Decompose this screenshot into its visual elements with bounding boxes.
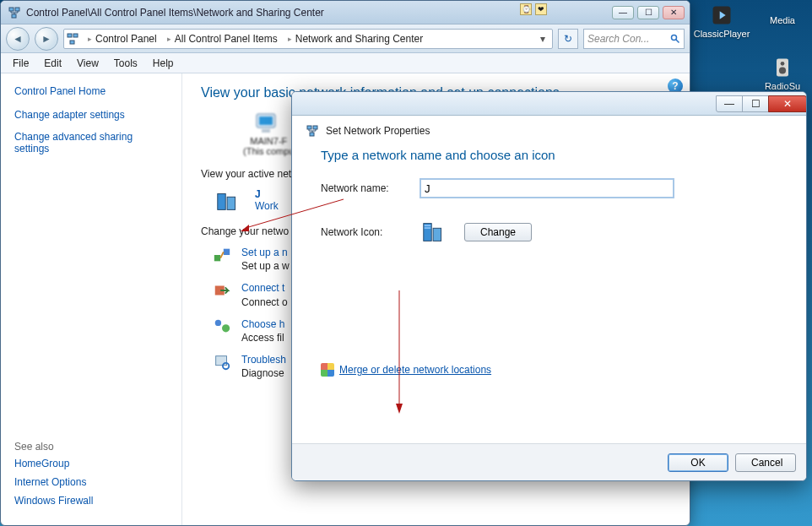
dialog-maximize-button[interactable]: ☐ — [742, 95, 769, 112]
sidebar-change-adapter[interactable]: Change adapter settings — [14, 109, 168, 121]
svg-point-22 — [222, 324, 230, 332]
sidebar-internet-options[interactable]: Internet Options — [14, 476, 168, 488]
svg-rect-30 — [425, 225, 431, 226]
desktop-icon-label: ClassicPlayer — [694, 29, 750, 39]
computer-icon — [253, 111, 284, 136]
minimize-button[interactable]: — — [612, 6, 634, 19]
breadcrumb-item[interactable]: ▸Control Panel — [83, 33, 159, 45]
desktop-icon-label: Media — [770, 15, 795, 25]
menu-bar: File Edit View Tools Help — [1, 53, 690, 73]
connect-icon — [213, 281, 231, 300]
map-node-label: MAIN7-F — [250, 136, 287, 146]
address-bar[interactable]: ▸Control Panel ▸All Control Panel Items … — [63, 29, 553, 49]
shield-icon — [321, 363, 334, 377]
dialog-minimize-button[interactable]: — — [716, 95, 743, 112]
svg-rect-27 — [310, 133, 314, 136]
svg-rect-9 — [73, 34, 78, 37]
nav-row: ◄ ► ▸Control Panel ▸All Control Panel It… — [1, 24, 690, 53]
ok-button[interactable]: OK — [668, 453, 728, 472]
network-icon — [66, 32, 79, 46]
menu-file[interactable]: File — [6, 56, 35, 71]
dialog-footer: OK Cancel — [292, 443, 806, 480]
svg-rect-5 — [9, 8, 14, 11]
sidebar: Control Panel Home Change adapter settin… — [1, 73, 182, 525]
sidebar-homegroup[interactable]: HomeGroup — [14, 458, 168, 469]
task-link[interactable]: Connect t — [241, 282, 284, 294]
change-icon-button[interactable]: Change — [464, 223, 532, 241]
refresh-button[interactable]: ↻ — [558, 29, 578, 49]
network-icon — [306, 124, 319, 138]
troubleshoot-icon — [213, 353, 231, 371]
address-dropdown[interactable]: ▾ — [537, 33, 549, 45]
svg-rect-10 — [70, 41, 74, 44]
tray-icon: ❤ — [535, 3, 547, 15]
svg-line-12 — [676, 39, 679, 42]
task-link[interactable]: Choose h — [241, 318, 284, 330]
svg-rect-14 — [259, 117, 273, 125]
svg-rect-7 — [12, 14, 16, 18]
titlebar[interactable]: Control Panel\All Control Panel Items\Ne… — [1, 1, 690, 24]
search-placeholder: Search Con... — [587, 33, 649, 45]
see-also-heading: See also — [14, 441, 168, 453]
menu-help[interactable]: Help — [146, 56, 181, 71]
dialog-title: Set Network Properties — [326, 125, 430, 137]
tray-icon: ⌚ — [520, 3, 532, 15]
task-desc: Diagnose — [241, 367, 284, 379]
svg-rect-16 — [218, 194, 225, 210]
network-name: J — [255, 188, 261, 200]
svg-point-21 — [215, 320, 221, 326]
task-link[interactable]: Troublesh — [241, 354, 286, 366]
player-icon — [710, 3, 734, 27]
desktop-icon[interactable]: ClassicPlayer — [696, 3, 748, 39]
breadcrumb-item[interactable]: ▸All Control Panel Items — [162, 33, 279, 45]
desktop-icon[interactable]: RadioSu — [756, 56, 809, 91]
dialog-instruction: Type a network name and choose an icon — [321, 148, 777, 162]
sharing-icon — [213, 317, 231, 336]
task-link[interactable]: Set up a n — [241, 247, 288, 258]
map-node-sublabel: (This compu — [243, 146, 295, 156]
menu-view[interactable]: View — [70, 56, 106, 71]
desktop-icon[interactable]: Media — [756, 3, 809, 39]
dialog-close-button[interactable]: ✕ — [768, 95, 807, 112]
maximize-button[interactable]: ☐ — [637, 6, 659, 19]
dialog-titlebar[interactable]: — ☐ ✕ — [292, 92, 806, 116]
sidebar-windows-firewall[interactable]: Windows Firewall — [14, 495, 168, 507]
back-button[interactable]: ◄ — [6, 27, 30, 51]
servers-icon — [214, 188, 243, 214]
svg-rect-8 — [68, 34, 72, 37]
sidebar-change-advanced[interactable]: Change advanced sharing settings — [14, 131, 168, 155]
sidebar-home[interactable]: Control Panel Home — [14, 85, 168, 97]
dialog-header: Set Network Properties — [292, 116, 806, 141]
network-type-link[interactable]: Work — [255, 200, 279, 212]
forward-button[interactable]: ► — [35, 27, 58, 51]
menu-edit[interactable]: Edit — [37, 56, 68, 71]
svg-rect-31 — [425, 227, 431, 228]
svg-rect-15 — [262, 129, 270, 133]
tray-strip: ⌚ ❤ — [520, 3, 547, 15]
servers-icon — [420, 220, 449, 245]
dialog-set-network-properties: — ☐ ✕ Set Network Properties Type a netw… — [291, 91, 807, 481]
svg-rect-18 — [214, 255, 220, 261]
search-input[interactable]: Search Con... — [583, 29, 685, 49]
svg-point-11 — [672, 35, 677, 40]
network-icon-label: Network Icon: — [321, 226, 405, 238]
task-desc: Access fil — [241, 332, 284, 344]
close-button[interactable]: ✕ — [663, 6, 685, 19]
svg-rect-17 — [227, 197, 235, 209]
breadcrumb-item[interactable]: ▸Network and Sharing Center — [283, 33, 425, 45]
desktop-icon-label: RadioSu — [765, 81, 800, 91]
svg-rect-6 — [15, 8, 19, 11]
setup-icon — [213, 246, 231, 264]
network-name-label: Network name: — [321, 182, 405, 194]
menu-tools[interactable]: Tools — [107, 56, 144, 71]
svg-rect-25 — [307, 126, 311, 129]
network-name-input[interactable] — [420, 179, 674, 198]
svg-point-3 — [781, 62, 785, 66]
network-icon — [8, 6, 21, 19]
svg-rect-26 — [313, 126, 317, 129]
svg-point-4 — [779, 67, 786, 73]
svg-rect-19 — [224, 249, 230, 255]
svg-rect-29 — [433, 228, 441, 241]
cancel-button[interactable]: Cancel — [735, 453, 796, 472]
merge-delete-link[interactable]: Merge or delete network locations — [339, 364, 491, 376]
